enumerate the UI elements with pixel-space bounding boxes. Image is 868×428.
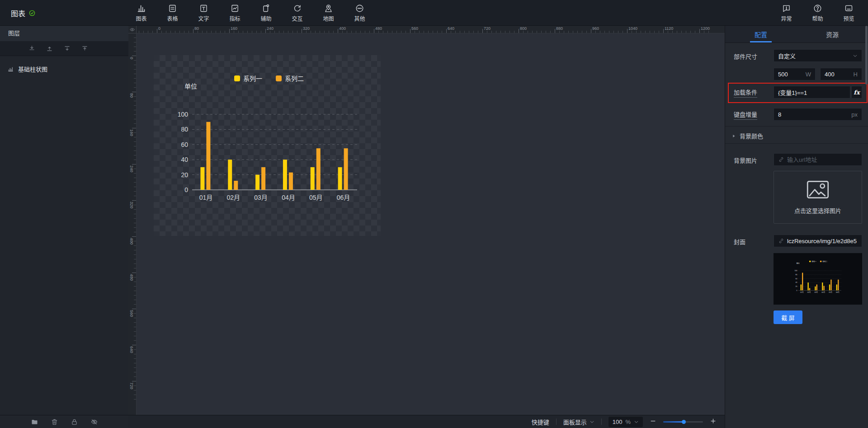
zoom-slider[interactable] bbox=[663, 419, 703, 425]
keyboard-step-suffix: px bbox=[851, 111, 858, 118]
trash-icon[interactable] bbox=[51, 418, 58, 426]
v-ruler-label: 0 bbox=[129, 57, 134, 59]
bring-forward-icon[interactable] bbox=[81, 45, 89, 52]
panel-display-dropdown[interactable]: 面板显示 bbox=[563, 418, 594, 426]
panel-display-label: 面板显示 bbox=[563, 418, 587, 426]
load-condition-field[interactable] bbox=[774, 86, 850, 99]
svg-text:05月: 05月 bbox=[829, 291, 832, 293]
h-ruler-label: 240 bbox=[267, 26, 274, 31]
keyboard-step-input[interactable] bbox=[778, 111, 849, 118]
layer-order-toolbar bbox=[0, 41, 128, 56]
width-input[interactable] bbox=[778, 71, 803, 78]
divider bbox=[556, 419, 557, 425]
divider bbox=[725, 143, 868, 144]
horizontal-ruler: 0801602403204004805606407208008809601040… bbox=[137, 26, 725, 33]
image-picker[interactable]: 点击这里选择图片 bbox=[774, 171, 862, 224]
height-input[interactable] bbox=[825, 71, 851, 78]
toolbar-item-帮助[interactable]: 帮助 bbox=[802, 0, 833, 26]
size-preset-select[interactable] bbox=[774, 49, 862, 62]
bg-image-url-field[interactable] bbox=[774, 153, 862, 166]
svg-text:01月: 01月 bbox=[800, 291, 804, 293]
assist-icon bbox=[261, 4, 271, 13]
svg-text:系列二: 系列二 bbox=[285, 75, 304, 82]
table-icon bbox=[168, 4, 177, 13]
v-ruler-label: 640 bbox=[129, 346, 134, 353]
slider-handle[interactable] bbox=[682, 420, 686, 424]
cover-url-input[interactable] bbox=[787, 238, 858, 245]
h-ruler-label: 960 bbox=[592, 26, 599, 31]
svg-text:20: 20 bbox=[181, 171, 188, 179]
svg-text:0: 0 bbox=[796, 290, 797, 292]
preview-icon bbox=[844, 4, 854, 13]
toolbar-item-交互[interactable]: 交互 bbox=[282, 0, 313, 26]
zoom-level-select[interactable]: 100 % bbox=[609, 417, 643, 427]
alert-icon bbox=[782, 4, 791, 13]
canvas-bottombar: 快捷键 面板显示 100 % bbox=[128, 415, 725, 428]
cover-thumbnail: 系列一系列二单位02040608010001月02月03月04月05月06月 bbox=[774, 253, 862, 305]
bg-image-url-input[interactable] bbox=[787, 156, 858, 163]
toolbar-item-辅助[interactable]: 辅助 bbox=[250, 0, 282, 26]
h-ruler-label: 880 bbox=[556, 26, 563, 31]
send-backward-icon[interactable] bbox=[63, 45, 71, 52]
layer-item-label: 基础柱状图 bbox=[18, 65, 47, 73]
toolbar-item-文字[interactable]: 文字 bbox=[188, 0, 219, 26]
svg-text:60: 60 bbox=[181, 141, 188, 148]
bar-chart-small-icon bbox=[7, 66, 14, 72]
svg-text:20: 20 bbox=[795, 286, 797, 287]
toolbar-item-label: 指标 bbox=[229, 14, 240, 22]
chart-widget[interactable]: 系列一系列二单位02040608010001月02月03月04月05月06月 bbox=[154, 55, 381, 236]
zoom-unit: % bbox=[625, 419, 631, 425]
h-ruler-label: 640 bbox=[448, 26, 454, 31]
bring-to-front-icon[interactable] bbox=[46, 45, 53, 52]
svg-text:系列一: 系列一 bbox=[243, 75, 262, 82]
toolbar-item-预览[interactable]: 预览 bbox=[833, 0, 864, 26]
folder-icon[interactable] bbox=[31, 418, 38, 426]
toolbar-item-指标[interactable]: 指标 bbox=[219, 0, 250, 26]
toolbar-item-图表[interactable]: 图表 bbox=[126, 0, 157, 26]
ruler-corner[interactable] bbox=[128, 26, 137, 33]
load-condition-input[interactable] bbox=[778, 89, 846, 96]
screenshot-button[interactable]: 截 屏 bbox=[774, 310, 802, 324]
toolbar-item-地图[interactable]: 地图 bbox=[313, 0, 344, 26]
keyboard-step-field[interactable]: px bbox=[774, 108, 862, 121]
lock-icon[interactable] bbox=[71, 418, 78, 426]
design-canvas[interactable]: 系列一系列二单位02040608010001月02月03月04月05月06月 bbox=[137, 33, 725, 415]
toolbar-item-label: 交互 bbox=[292, 14, 302, 22]
height-field[interactable]: H bbox=[820, 68, 862, 80]
fx-button[interactable]: fx bbox=[851, 86, 862, 99]
topbar: 图表 图表表格文字指标辅助交互地图其他 异常帮助预览 bbox=[0, 0, 868, 26]
layer-item-basic-bar-chart[interactable]: 基础柱状图 bbox=[0, 61, 128, 76]
widget-size-row: 部件尺寸 bbox=[725, 49, 868, 63]
eye-off-icon[interactable] bbox=[90, 418, 98, 426]
zoom-out-button[interactable] bbox=[650, 418, 656, 426]
v-ruler-label: 80 bbox=[129, 93, 134, 98]
width-field[interactable]: W bbox=[774, 68, 816, 80]
other-icon bbox=[355, 4, 364, 13]
shortcut-button[interactable]: 快捷键 bbox=[532, 418, 549, 426]
h-ruler-label: 400 bbox=[339, 26, 346, 31]
svg-text:02月: 02月 bbox=[226, 194, 240, 201]
v-ruler-label: 480 bbox=[129, 274, 134, 281]
chevron-down-icon bbox=[634, 419, 639, 424]
widget-size-label: 部件尺寸 bbox=[734, 52, 757, 61]
tab-config[interactable]: 配置 bbox=[725, 26, 797, 42]
toolbar-item-其他[interactable]: 其他 bbox=[344, 0, 375, 26]
tab-resources[interactable]: 资源 bbox=[797, 26, 868, 42]
app-window: 图表 图表表格文字指标辅助交互地图其他 异常帮助预览 图层 基础柱状图 0801… bbox=[0, 0, 868, 428]
bg-color-label: 背景颜色 bbox=[740, 132, 763, 140]
svg-text:系列二: 系列二 bbox=[822, 260, 827, 263]
toolbar-item-label: 异常 bbox=[781, 14, 792, 22]
link-icon bbox=[778, 238, 784, 244]
cover-thumbnail-chart: 系列一系列二单位02040608010001月02月03月04月05月06月 bbox=[782, 255, 854, 302]
svg-text:0: 0 bbox=[184, 186, 188, 193]
cover-url-field[interactable] bbox=[774, 235, 862, 247]
send-to-back-icon[interactable] bbox=[28, 45, 36, 52]
widget-toolbar: 图表表格文字指标辅助交互地图其他 bbox=[126, 0, 375, 26]
toolbar-item-表格[interactable]: 表格 bbox=[157, 0, 188, 26]
svg-text:单位: 单位 bbox=[796, 262, 800, 264]
zoom-in-button[interactable] bbox=[710, 418, 717, 426]
bg-color-collapse[interactable]: 背景颜色 bbox=[731, 132, 763, 140]
layers-header: 图层 bbox=[0, 26, 128, 41]
toolbar-item-异常[interactable]: 异常 bbox=[771, 0, 802, 26]
panel-scrollbar[interactable] bbox=[865, 26, 868, 85]
